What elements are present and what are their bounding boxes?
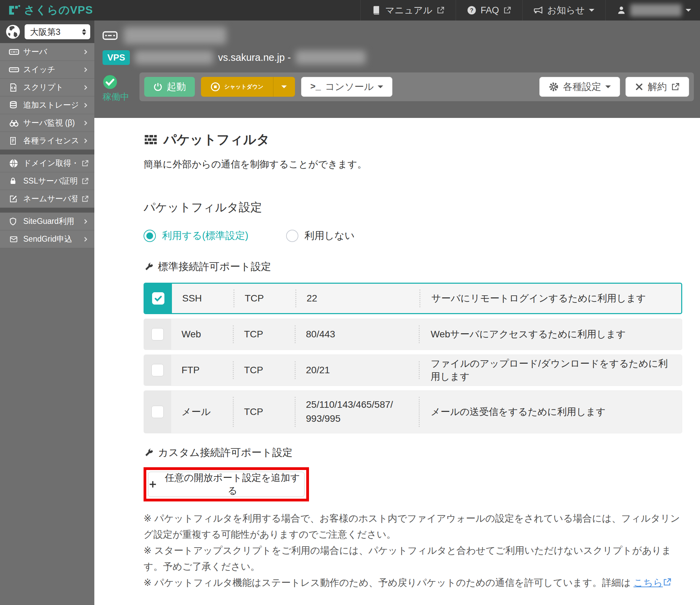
sidebar-item-licenses[interactable]: 各種ライセンス [0, 132, 94, 150]
page: さくらのVPS マニュアル ? FAQ お知らせ [0, 0, 700, 605]
external-link-icon [436, 6, 445, 14]
start-button[interactable]: 起動 [144, 77, 195, 97]
wrench-icon [144, 448, 154, 458]
server-title-row [103, 26, 694, 45]
radio-use-standard[interactable]: 利用する(標準設定) [144, 229, 248, 243]
status-label: 稼働中 [103, 91, 129, 103]
port-row-mail: メール TCP 25/110/143/465/587/ 993/995 メールの… [144, 390, 682, 433]
checkbox-icon [151, 328, 164, 340]
server-status: 稼働中 [103, 72, 139, 103]
terminal-icon: >_ [310, 82, 321, 92]
highlight-box: 任意の開放ポート設定を追加する [144, 467, 309, 501]
cancel-contract-button[interactable]: 解約 [625, 77, 689, 97]
chevron-right-icon [82, 102, 89, 109]
sidebar-item-script[interactable]: スクリプト [0, 79, 94, 96]
port-name: Web [171, 319, 233, 350]
port-row-ssh: SSH TCP 22 サーバにリモートログインするために利用します [144, 283, 682, 314]
nav-news[interactable]: お知らせ [522, 0, 605, 21]
redacted-server-name [124, 27, 226, 44]
power-icon [153, 82, 163, 92]
nav-account[interactable] [605, 0, 700, 21]
port-name: FTP [171, 355, 233, 386]
sidebar: 大阪第3 サーバ スイッチ スクリプト 追加ストレージ(N [0, 21, 94, 605]
external-link-icon [81, 160, 89, 167]
redacted-ip-address [296, 51, 366, 64]
shutdown-split-button: シャットダウン [201, 77, 295, 97]
region-select-value: 大阪第3 [30, 26, 82, 38]
switch-icon [9, 66, 19, 73]
add-custom-port-button[interactable]: 任意の開放ポート設定を追加する [148, 472, 305, 497]
nav-faq[interactable]: ? FAQ [456, 0, 522, 21]
sidebar-item-sendgrid[interactable]: SendGrid申込 [0, 230, 94, 248]
license-icon [9, 136, 19, 146]
external-link-icon [663, 578, 672, 587]
details-link[interactable]: こちら [633, 577, 663, 588]
chevron-right-icon [82, 120, 89, 126]
notes: ※ パケットフィルタを利用する場合で、お客様のホスト内でファイアウォールの設定を… [144, 510, 682, 591]
page-description: 簡単に外部からの通信を制御することができます。 [144, 158, 682, 171]
envelope-icon [9, 235, 19, 243]
gear-icon [549, 82, 559, 92]
chevron-right-icon [82, 137, 89, 144]
nav-manual[interactable]: マニュアル [360, 0, 456, 21]
shutdown-dropdown-button[interactable] [273, 77, 295, 97]
settings-button[interactable]: 各種設定 [539, 77, 620, 97]
standard-ports-table: SSH TCP 22 サーバにリモートログインするために利用します Web TC… [144, 283, 682, 433]
select-spinner-icon [82, 29, 86, 35]
sidebar-item-switch[interactable]: スイッチ [0, 61, 94, 79]
redacted-hostname [135, 51, 213, 64]
main-content: VPS vs.sakura.ne.jp - 稼働中 起動 [94, 21, 700, 605]
port-protocol: TCP [234, 319, 295, 350]
region-select[interactable]: 大阪第3 [25, 24, 90, 39]
vps-badge: VPS [103, 50, 130, 65]
sidebar-item-storage[interactable]: 追加ストレージ(NFS) [0, 96, 94, 114]
mail-checkbox[interactable] [144, 391, 171, 433]
sidebar-item-ssl[interactable]: SSLサーバ証明書 [0, 172, 94, 190]
checkbox-icon [152, 292, 164, 305]
svg-text:?: ? [470, 7, 473, 13]
sidebar-item-nameserver[interactable]: ネームサーバ登録 [0, 190, 94, 208]
chevron-right-icon [82, 218, 89, 225]
chevron-down-icon [605, 85, 611, 91]
chevron-down-icon [686, 9, 691, 14]
shutdown-button[interactable]: シャットダウン [201, 77, 273, 97]
port-protocol: TCP [234, 391, 295, 433]
shield-icon [9, 217, 19, 226]
sidebar-item-monitoring[interactable]: サーバ監視 (β) [0, 114, 94, 132]
server-host-row: VPS vs.sakura.ne.jp - [103, 50, 694, 65]
chevron-right-icon [82, 236, 89, 243]
external-link-icon [503, 6, 511, 14]
server-header: VPS vs.sakura.ne.jp - 稼働中 起動 [94, 21, 700, 118]
sidebar-item-server[interactable]: サーバ [0, 43, 94, 61]
ssh-checkbox[interactable] [145, 284, 172, 313]
nav-news-label: お知らせ [547, 4, 585, 16]
web-checkbox[interactable] [144, 319, 171, 350]
chevron-down-icon [589, 9, 594, 14]
brand-text: さくらのVPS [24, 3, 93, 18]
toolbar-panel: 起動 シャットダウン >_ コンソール [139, 72, 694, 101]
server-icon [103, 31, 118, 40]
sidebar-menu: サーバ スイッチ スクリプト 追加ストレージ(NFS) サーバ監視 (β) [0, 43, 94, 248]
sidebar-item-domain[interactable]: ドメイン取得・転入 [0, 154, 94, 172]
check-circle-icon [103, 75, 118, 90]
console-button[interactable]: >_ コンソール [301, 77, 393, 97]
sakura-vps-logo-icon [8, 4, 21, 17]
external-link-icon [671, 82, 680, 91]
toolbar-right: 各種設定 解約 [539, 77, 689, 97]
filter-radio-group: 利用する(標準設定) 利用しない [144, 229, 682, 243]
radio-not-use[interactable]: 利用しない [286, 229, 355, 243]
ftp-checkbox[interactable] [144, 355, 171, 386]
chevron-right-icon [82, 66, 89, 73]
port-description: サーバにリモートログインするために利用します [420, 284, 681, 313]
port-numbers: 25/110/143/465/587/ 993/995 [296, 391, 419, 433]
port-description: メールの送受信をするために利用します [420, 391, 682, 433]
redacted-username [630, 4, 682, 16]
radio-selected-icon [144, 230, 156, 242]
brand[interactable]: さくらのVPS [0, 0, 100, 21]
port-row-ftp: FTP TCP 20/21 ファイルのアップロード/ダウンロードをするために利用… [144, 354, 682, 386]
stop-circle-icon [211, 82, 220, 92]
sidebar-item-siteguard[interactable]: SiteGuard利用 [0, 213, 94, 230]
port-protocol: TCP [234, 284, 295, 313]
lock-icon [9, 176, 19, 186]
question-circle-icon: ? [467, 5, 476, 15]
